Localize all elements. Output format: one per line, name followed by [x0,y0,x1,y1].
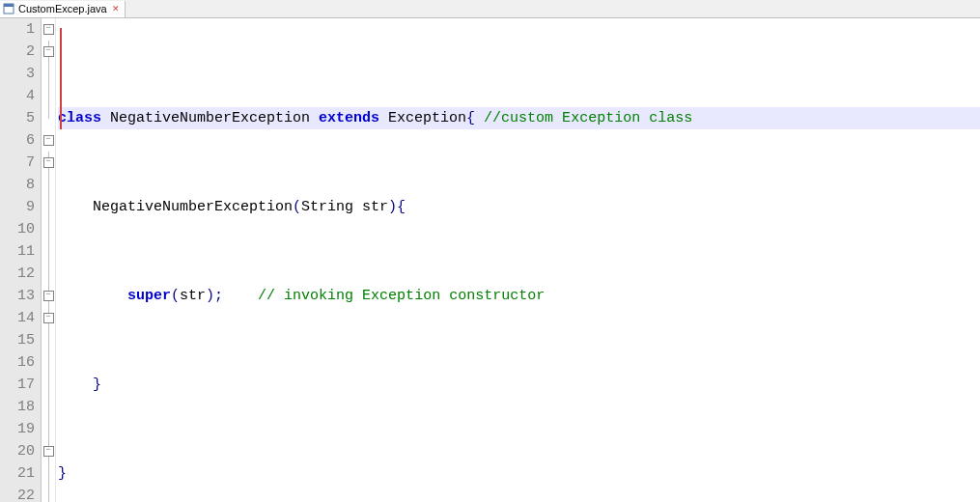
line-number: 21 [0,462,41,485]
fold-gutter: − − − − − − − [42,18,56,502]
java-file-icon [3,3,14,14]
line-number: 14 [0,307,41,329]
line-number: 20 [0,440,41,462]
line-number: 8 [0,174,41,196]
line-number: 1 [0,18,41,41]
svg-rect-1 [4,4,14,7]
fold-toggle-icon[interactable]: − [43,24,54,35]
line-number: 10 [0,218,41,240]
code-line[interactable]: super(str); // invoking Exception constr… [58,285,980,307]
file-tab-label: CustomExcep.java [18,0,107,20]
line-number: 2 [0,41,41,63]
line-number-gutter: 1 2 3 4 5 6 7 8 9 10 11 12 13 14 15 16 1… [0,18,42,502]
fold-toggle-icon[interactable]: − [43,46,54,57]
bracket-guide [60,28,62,129]
line-number: 16 [0,351,41,374]
code-line[interactable]: class NegativeNumberException extends Ex… [58,107,980,129]
code-editor: 1 2 3 4 5 6 7 8 9 10 11 12 13 14 15 16 1… [0,18,980,502]
line-number: 7 [0,152,41,174]
line-number: 22 [0,485,41,502]
line-number: 15 [0,329,41,351]
line-number: 9 [0,196,41,218]
code-line[interactable]: NegativeNumberException(String str){ [58,196,980,218]
line-number: 18 [0,396,41,418]
fold-toggle-icon[interactable]: − [43,291,54,301]
line-number: 6 [0,129,41,152]
fold-toggle-icon[interactable]: − [43,135,54,146]
line-number: 3 [0,63,41,85]
code-area[interactable]: class NegativeNumberException extends Ex… [56,18,980,502]
fold-toggle-icon[interactable]: − [43,313,54,323]
line-number: 19 [0,418,41,440]
line-number: 13 [0,285,41,307]
fold-toggle-icon[interactable]: − [43,157,54,168]
code-line[interactable]: } [58,462,980,485]
line-number: 4 [0,85,41,107]
fold-toggle-icon[interactable]: − [43,446,54,457]
line-number: 11 [0,240,41,263]
code-line[interactable]: } [58,374,980,396]
line-number: 17 [0,374,41,396]
close-icon[interactable]: ✕ [111,4,121,14]
line-number: 5 [0,107,41,129]
line-number: 12 [0,263,41,285]
file-tab[interactable]: CustomExcep.java ✕ [0,1,126,17]
tab-bar: CustomExcep.java ✕ [0,0,980,18]
